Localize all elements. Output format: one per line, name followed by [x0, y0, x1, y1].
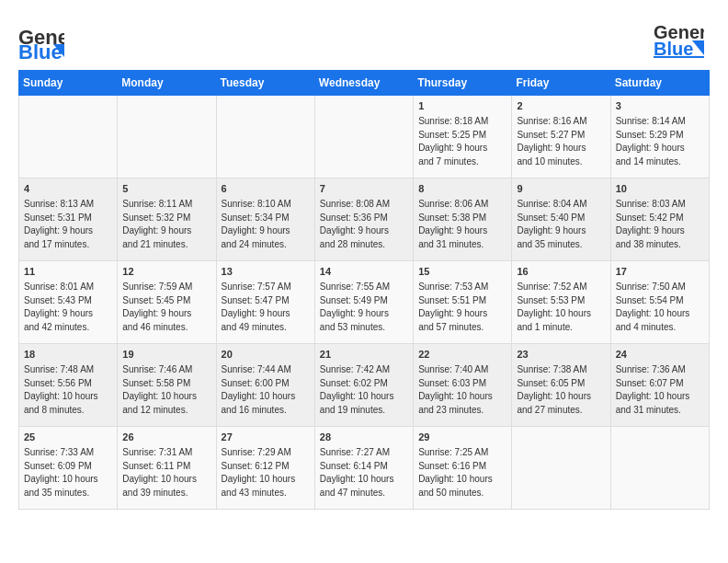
page-header: General Blue General Blue: [18, 18, 710, 64]
day-info: Sunrise: 7:46 AM Sunset: 5:58 PM Dayligh…: [122, 363, 210, 417]
day-number: 24: [616, 348, 704, 362]
calendar-cell: 3Sunrise: 8:14 AM Sunset: 5:29 PM Daylig…: [610, 96, 709, 178]
calendar-cell: 22Sunrise: 7:40 AM Sunset: 6:03 PM Dayli…: [414, 344, 512, 427]
day-number: 19: [122, 348, 210, 362]
day-info: Sunrise: 7:33 AM Sunset: 6:09 PM Dayligh…: [24, 446, 112, 500]
day-number: 12: [122, 265, 210, 279]
calendar-cell: [610, 427, 709, 510]
calendar-cell: 21Sunrise: 7:42 AM Sunset: 6:02 PM Dayli…: [314, 344, 413, 427]
calendar-cell: 5Sunrise: 8:11 AM Sunset: 5:32 PM Daylig…: [118, 178, 216, 261]
day-info: Sunrise: 8:13 AM Sunset: 5:31 PM Dayligh…: [24, 198, 112, 251]
day-number: 29: [418, 431, 506, 444]
week-row-1: 1Sunrise: 8:18 AM Sunset: 5:25 PM Daylig…: [19, 96, 710, 178]
calendar-cell: 2Sunrise: 8:16 AM Sunset: 5:27 PM Daylig…: [512, 96, 610, 178]
calendar-cell: [512, 427, 610, 510]
col-header-sunday: Sunday: [19, 71, 118, 96]
col-header-tuesday: Tuesday: [216, 71, 314, 96]
day-info: Sunrise: 7:40 AM Sunset: 6:03 PM Dayligh…: [418, 363, 506, 417]
calendar-cell: 13Sunrise: 7:57 AM Sunset: 5:47 PM Dayli…: [216, 261, 314, 344]
calendar-cell: 15Sunrise: 7:53 AM Sunset: 5:51 PM Dayli…: [414, 261, 512, 344]
day-number: 22: [418, 348, 506, 362]
logo-main: General Blue: [654, 18, 704, 64]
week-row-3: 11Sunrise: 8:01 AM Sunset: 5:43 PM Dayli…: [19, 261, 710, 344]
day-info: Sunrise: 8:08 AM Sunset: 5:36 PM Dayligh…: [320, 198, 408, 251]
day-info: Sunrise: 8:04 AM Sunset: 5:40 PM Dayligh…: [517, 198, 605, 251]
day-info: Sunrise: 7:57 AM Sunset: 5:47 PM Dayligh…: [222, 281, 310, 334]
day-number: 4: [24, 182, 112, 196]
calendar-cell: [118, 96, 216, 178]
day-number: 6: [222, 182, 310, 196]
day-info: Sunrise: 7:50 AM Sunset: 5:54 PM Dayligh…: [616, 281, 704, 334]
calendar-cell: [314, 96, 413, 178]
svg-text:Blue: Blue: [654, 39, 693, 59]
day-info: Sunrise: 8:14 AM Sunset: 5:29 PM Dayligh…: [616, 115, 704, 168]
week-row-5: 25Sunrise: 7:33 AM Sunset: 6:09 PM Dayli…: [19, 427, 710, 510]
calendar-table: SundayMondayTuesdayWednesdayThursdayFrid…: [18, 70, 710, 510]
day-info: Sunrise: 7:44 AM Sunset: 6:00 PM Dayligh…: [222, 363, 310, 417]
calendar-cell: 11Sunrise: 8:01 AM Sunset: 5:43 PM Dayli…: [19, 261, 118, 344]
col-header-thursday: Thursday: [414, 71, 512, 96]
calendar-cell: 27Sunrise: 7:29 AM Sunset: 6:12 PM Dayli…: [216, 427, 314, 510]
col-header-saturday: Saturday: [610, 71, 709, 96]
day-info: Sunrise: 8:10 AM Sunset: 5:34 PM Dayligh…: [222, 198, 310, 251]
day-number: 18: [24, 348, 112, 362]
svg-text:Blue: Blue: [18, 40, 63, 60]
day-info: Sunrise: 7:53 AM Sunset: 5:51 PM Dayligh…: [418, 281, 506, 334]
day-number: 7: [320, 182, 408, 196]
day-number: 25: [24, 431, 112, 444]
day-number: 1: [418, 99, 506, 113]
day-info: Sunrise: 8:18 AM Sunset: 5:25 PM Dayligh…: [418, 115, 506, 168]
day-number: 20: [222, 348, 310, 362]
day-info: Sunrise: 7:25 AM Sunset: 6:16 PM Dayligh…: [418, 446, 506, 500]
day-number: 26: [122, 431, 210, 444]
calendar-cell: [19, 96, 118, 178]
calendar-cell: 18Sunrise: 7:48 AM Sunset: 5:56 PM Dayli…: [19, 344, 118, 427]
week-row-4: 18Sunrise: 7:48 AM Sunset: 5:56 PM Dayli…: [19, 344, 710, 427]
day-number: 10: [616, 182, 704, 196]
day-number: 5: [122, 182, 210, 196]
day-info: Sunrise: 7:55 AM Sunset: 5:49 PM Dayligh…: [320, 281, 408, 334]
day-number: 27: [222, 431, 310, 444]
day-number: 15: [418, 265, 506, 279]
day-number: 3: [616, 99, 704, 113]
logo: General Blue: [18, 18, 64, 60]
day-number: 17: [616, 265, 704, 279]
day-info: Sunrise: 8:03 AM Sunset: 5:42 PM Dayligh…: [616, 198, 704, 251]
day-info: Sunrise: 7:52 AM Sunset: 5:53 PM Dayligh…: [517, 281, 605, 334]
day-number: 23: [517, 348, 605, 362]
day-info: Sunrise: 7:36 AM Sunset: 6:07 PM Dayligh…: [616, 363, 704, 417]
calendar-cell: 19Sunrise: 7:46 AM Sunset: 5:58 PM Dayli…: [118, 344, 216, 427]
day-info: Sunrise: 7:38 AM Sunset: 6:05 PM Dayligh…: [517, 363, 605, 417]
day-info: Sunrise: 7:31 AM Sunset: 6:11 PM Dayligh…: [122, 446, 210, 500]
col-header-monday: Monday: [118, 71, 216, 96]
day-number: 16: [517, 265, 605, 279]
day-info: Sunrise: 8:01 AM Sunset: 5:43 PM Dayligh…: [24, 281, 112, 334]
day-number: 28: [320, 431, 408, 444]
calendar-cell: 17Sunrise: 7:50 AM Sunset: 5:54 PM Dayli…: [610, 261, 709, 344]
calendar-cell: 6Sunrise: 8:10 AM Sunset: 5:34 PM Daylig…: [216, 178, 314, 261]
calendar-cell: 4Sunrise: 8:13 AM Sunset: 5:31 PM Daylig…: [19, 178, 118, 261]
day-number: 14: [320, 265, 408, 279]
calendar-cell: 26Sunrise: 7:31 AM Sunset: 6:11 PM Dayli…: [118, 427, 216, 510]
calendar-cell: 24Sunrise: 7:36 AM Sunset: 6:07 PM Dayli…: [610, 344, 709, 427]
day-info: Sunrise: 7:48 AM Sunset: 5:56 PM Dayligh…: [24, 363, 112, 417]
day-info: Sunrise: 7:29 AM Sunset: 6:12 PM Dayligh…: [222, 446, 310, 500]
day-info: Sunrise: 7:59 AM Sunset: 5:45 PM Dayligh…: [122, 281, 210, 334]
day-info: Sunrise: 7:42 AM Sunset: 6:02 PM Dayligh…: [320, 363, 408, 417]
calendar-cell: 20Sunrise: 7:44 AM Sunset: 6:00 PM Dayli…: [216, 344, 314, 427]
day-info: Sunrise: 8:11 AM Sunset: 5:32 PM Dayligh…: [122, 198, 210, 251]
calendar-cell: 25Sunrise: 7:33 AM Sunset: 6:09 PM Dayli…: [19, 427, 118, 510]
col-header-wednesday: Wednesday: [314, 71, 413, 96]
col-header-friday: Friday: [512, 71, 610, 96]
day-number: 13: [222, 265, 310, 279]
logo-icon: General Blue: [18, 18, 64, 60]
day-number: 2: [517, 99, 605, 113]
day-info: Sunrise: 7:27 AM Sunset: 6:14 PM Dayligh…: [320, 446, 408, 500]
calendar-cell: 1Sunrise: 8:18 AM Sunset: 5:25 PM Daylig…: [414, 96, 512, 178]
day-info: Sunrise: 8:06 AM Sunset: 5:38 PM Dayligh…: [418, 198, 506, 251]
calendar-cell: 28Sunrise: 7:27 AM Sunset: 6:14 PM Dayli…: [314, 427, 413, 510]
calendar-cell: 16Sunrise: 7:52 AM Sunset: 5:53 PM Dayli…: [512, 261, 610, 344]
day-info: Sunrise: 8:16 AM Sunset: 5:27 PM Dayligh…: [517, 115, 605, 168]
calendar-cell: 29Sunrise: 7:25 AM Sunset: 6:16 PM Dayli…: [414, 427, 512, 510]
calendar-cell: 9Sunrise: 8:04 AM Sunset: 5:40 PM Daylig…: [512, 178, 610, 261]
